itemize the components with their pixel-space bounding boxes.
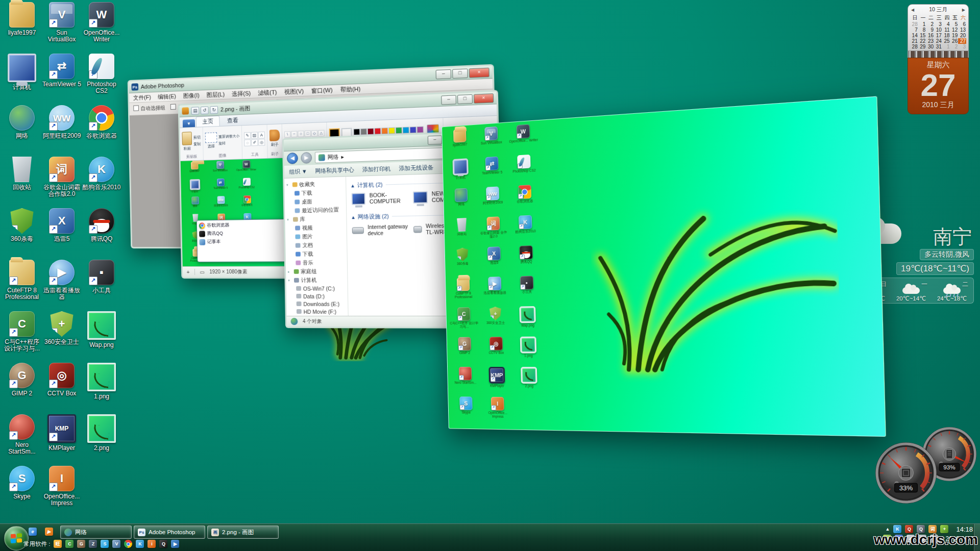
icon-openoffice-impress[interactable]: I↗OpenOffice... Impress: [42, 466, 82, 517]
calendar-day[interactable]: 22: [918, 38, 926, 44]
calendar-day[interactable]: 13: [958, 27, 966, 33]
icon-openoffice-writer[interactable]: W↗OpenOffice... Writer: [82, 2, 121, 54]
tab-view[interactable]: 查看: [220, 115, 245, 126]
breadcrumb-location[interactable]: 网络: [327, 153, 338, 161]
wmp-icon[interactable]: ▶: [45, 528, 53, 536]
icon-wap-png[interactable]: Wap.png: [82, 311, 121, 363]
calendar-day[interactable]: 16: [926, 33, 934, 38]
calendar-day[interactable]: 1: [942, 44, 950, 49]
palette-color[interactable]: [396, 127, 402, 134]
toolbar-item[interactable]: 组织 ▼: [289, 167, 307, 176]
calendar-gadget[interactable]: ◀ 10 三月 ▶ 日一二三四五六 2812345678910111213141…: [908, 4, 969, 114]
icon-360-safe[interactable]: +↗360安全卫士: [42, 311, 82, 363]
calendar-day[interactable]: 23: [926, 38, 934, 44]
menu-item[interactable]: 图像(I): [183, 91, 200, 99]
forward-button[interactable]: ▶: [301, 152, 312, 164]
icon-c-cpp-study[interactable]: C↗C与C++程序 设计学习与...: [2, 311, 42, 363]
tool-button[interactable]: ◌: [244, 139, 251, 146]
shape-button[interactable]: □: [305, 131, 311, 137]
taskbar-button-paint[interactable]: 画2.png - 画图: [207, 525, 279, 539]
palette-color[interactable]: [353, 129, 360, 135]
palette-color[interactable]: [374, 128, 381, 135]
close-button[interactable]: ×: [474, 93, 494, 103]
checkbox-icon[interactable]: [170, 104, 176, 110]
expand-icon[interactable]: ▾: [287, 217, 291, 221]
calendar-day[interactable]: 31: [934, 44, 942, 49]
select-button[interactable]: 选择: [205, 132, 217, 149]
calendar-day[interactable]: 27: [958, 38, 966, 44]
icon-recycle-bin[interactable]: 回收站: [2, 157, 42, 208]
calendar-day[interactable]: 18: [942, 33, 950, 38]
icon-teamviewer-5[interactable]: ⇄↗TeamViewer 5: [42, 54, 82, 105]
palette-color[interactable]: [381, 128, 388, 134]
icon-aliwangwang-2009[interactable]: ww↗阿里旺旺2009: [42, 105, 82, 157]
icon-photoshop-cs2[interactable]: ↗Photoshop CS2: [82, 54, 121, 105]
calendar-day[interactable]: 10: [934, 27, 942, 33]
calendar-day[interactable]: 4: [942, 21, 950, 27]
calendar-day[interactable]: 28: [910, 44, 918, 49]
menu-item[interactable]: 窗口(W): [311, 86, 333, 94]
menu-item[interactable]: 图层(L): [206, 90, 225, 99]
nav-item[interactable]: 文档: [285, 240, 347, 250]
qat-button[interactable]: ▤: [191, 107, 200, 115]
calendar-day[interactable]: 19: [950, 33, 959, 38]
palette-color[interactable]: [388, 128, 395, 134]
toolbar-item[interactable]: 添加无线设备: [399, 163, 433, 172]
calendar-day[interactable]: 12: [950, 27, 959, 33]
calendar-day[interactable]: 9: [926, 27, 934, 33]
tool-button[interactable]: ✎: [244, 132, 251, 139]
icon-kmplayer[interactable]: KMP↗KMPlayer: [42, 414, 82, 466]
skype-icon[interactable]: S: [101, 540, 109, 548]
option-checkbox[interactable]: 自动选择组: [133, 104, 165, 112]
icon-sun-virtualbox[interactable]: V↗Sun VirtualBox: [42, 2, 82, 54]
maximize-button[interactable]: □: [457, 94, 473, 104]
icon-ciba-2[interactable]: 词↗谷歌金山词霸 合作版2.0: [42, 157, 82, 208]
clipboard-item[interactable]: 剪切: [193, 135, 201, 140]
icon-gadgets[interactable]: ▪↗小工具: [82, 260, 121, 311]
menu-item[interactable]: 滤镜(T): [258, 88, 277, 97]
calendar-day[interactable]: 11: [942, 27, 950, 33]
quick-access-toolbar[interactable]: ▤↺↻: [191, 106, 218, 114]
menu-item[interactable]: 视图(V): [284, 87, 304, 96]
expand-icon[interactable]: ▾: [286, 183, 290, 187]
icon-network[interactable]: 网络: [2, 105, 42, 157]
calendar-day[interactable]: 8: [918, 27, 926, 33]
calendar-day[interactable]: 20: [958, 33, 966, 38]
toolbar-item[interactable]: 添加打印机: [362, 165, 391, 173]
icon-1-png[interactable]: 1.png: [82, 363, 121, 414]
palette-color[interactable]: [410, 127, 416, 133]
icon-cuteftp-8[interactable]: ↗CuteFTP 8 Professional: [2, 260, 42, 311]
palette-color[interactable]: [368, 128, 374, 135]
shape-button[interactable]: ~: [291, 131, 297, 138]
back-button[interactable]: ◀: [287, 153, 298, 164]
calendar-day[interactable]: 17: [934, 33, 942, 38]
maximize-button[interactable]: □: [452, 68, 468, 79]
qat-button[interactable]: ↺: [201, 106, 209, 114]
shape-button[interactable]: △: [318, 130, 325, 137]
clipboard-item[interactable]: 复制: [193, 142, 201, 147]
checkbox-icon[interactable]: [133, 105, 139, 111]
calendar-day[interactable]: 29: [918, 44, 926, 49]
icon-computer[interactable]: 计算机: [2, 54, 42, 105]
qat-button[interactable]: ↻: [210, 106, 218, 114]
calendar-day[interactable]: 15: [918, 33, 926, 38]
desktop-preview-plane[interactable]: liyafe1997V↗Sun VirtualBoxW↗OpenOffice..…: [442, 96, 886, 437]
image-tool[interactable]: 旋转: [218, 140, 239, 146]
calendar-day[interactable]: 7: [910, 27, 918, 33]
calendar-next-button[interactable]: ▶: [962, 8, 965, 12]
calendar-day[interactable]: 5: [950, 21, 959, 27]
tool-button[interactable]: A: [258, 132, 265, 139]
menu-item[interactable]: 选择(S): [232, 89, 251, 98]
qq-icon[interactable]: Q: [159, 540, 167, 548]
minimize-button[interactable]: –: [436, 69, 452, 79]
calendar-day[interactable]: 3: [958, 44, 966, 49]
nav-item[interactable]: OS-Win7 (C:): [286, 284, 348, 292]
calendar-day[interactable]: 2: [926, 21, 934, 27]
shape-button[interactable]: ○: [298, 131, 304, 137]
tool-button[interactable]: ▨: [251, 132, 258, 139]
xunlei-icon[interactable]: Z: [89, 540, 97, 548]
list-item[interactable]: Internet gateway device: [352, 223, 413, 237]
virtualbox-icon[interactable]: V: [112, 540, 120, 548]
menu-item[interactable]: 帮助(H): [340, 85, 360, 93]
nav-item[interactable]: 视频: [285, 223, 347, 233]
